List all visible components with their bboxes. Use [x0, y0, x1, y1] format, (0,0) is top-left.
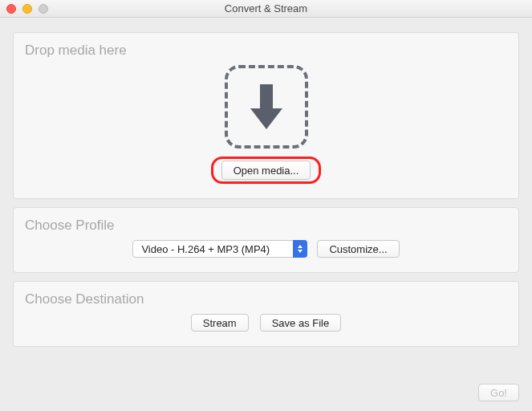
drop-zone[interactable]: [225, 65, 308, 149]
open-media-button[interactable]: Open media...: [221, 161, 311, 180]
window-title: Convert & Stream: [0, 2, 532, 14]
profile-heading: Choose Profile: [25, 218, 507, 234]
updown-chevron-icon: [293, 240, 307, 258]
panel-choose-profile: Choose Profile Video - H.264 + MP3 (MP4)…: [13, 207, 519, 273]
panel-choose-destination: Choose Destination Stream Save as File: [13, 281, 519, 347]
save-as-file-button[interactable]: Save as File: [260, 314, 342, 332]
go-button: Go!: [478, 384, 519, 401]
profile-select[interactable]: Video - H.264 + MP3 (MP4): [132, 240, 307, 258]
profile-select-value: Video - H.264 + MP3 (MP4): [132, 240, 307, 258]
open-media-highlight: Open media...: [211, 157, 322, 184]
destination-heading: Choose Destination: [25, 291, 507, 307]
titlebar: Convert & Stream: [0, 0, 532, 18]
panel-drop-media: Drop media here Open media...: [13, 32, 519, 199]
drop-heading: Drop media here: [25, 43, 507, 59]
customize-button[interactable]: Customize...: [317, 240, 399, 258]
download-arrow-icon: [247, 81, 286, 132]
stream-button[interactable]: Stream: [191, 314, 249, 332]
